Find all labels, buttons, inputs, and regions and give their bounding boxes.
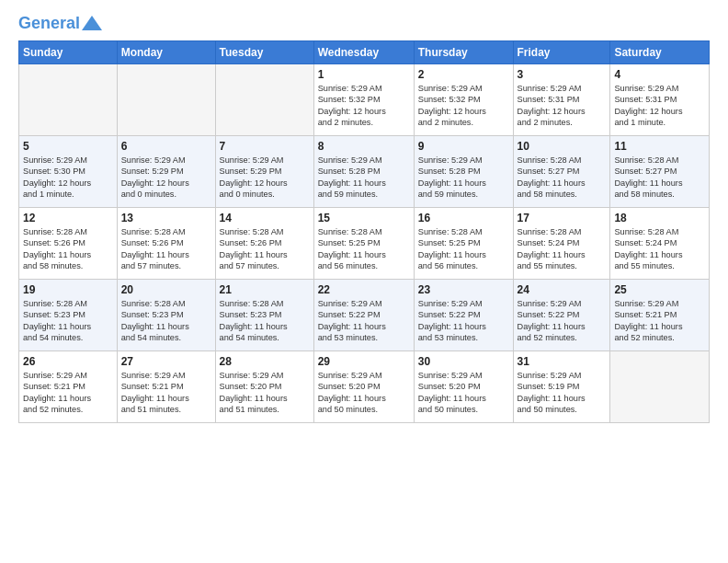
calendar-header-row: SundayMondayTuesdayWednesdayThursdayFrid… [19, 40, 710, 63]
calendar-cell: 20Sunrise: 5:28 AM Sunset: 5:23 PM Dayli… [117, 279, 215, 350]
day-info: Sunrise: 5:29 AM Sunset: 5:22 PM Dayligh… [418, 298, 509, 344]
calendar-week-4: 26Sunrise: 5:29 AM Sunset: 5:21 PM Dayli… [19, 350, 710, 422]
logo-icon [82, 16, 102, 30]
day-number: 10 [518, 140, 607, 153]
calendar-cell: 16Sunrise: 5:28 AM Sunset: 5:25 PM Dayli… [414, 207, 513, 279]
calendar-cell: 27Sunrise: 5:29 AM Sunset: 5:21 PM Dayli… [117, 350, 215, 422]
calendar-cell: 11Sunrise: 5:28 AM Sunset: 5:27 PM Dayli… [610, 135, 710, 207]
day-info: Sunrise: 5:29 AM Sunset: 5:32 PM Dayligh… [418, 83, 509, 129]
calendar-week-3: 19Sunrise: 5:28 AM Sunset: 5:23 PM Dayli… [19, 279, 710, 350]
day-number: 28 [220, 355, 310, 368]
day-info: Sunrise: 5:28 AM Sunset: 5:26 PM Dayligh… [220, 226, 310, 272]
calendar-cell: 14Sunrise: 5:28 AM Sunset: 5:26 PM Dayli… [215, 207, 313, 279]
day-number: 21 [220, 283, 310, 296]
logo: General [18, 15, 102, 33]
day-number: 24 [518, 283, 607, 296]
day-info: Sunrise: 5:28 AM Sunset: 5:23 PM Dayligh… [23, 298, 113, 344]
day-info: Sunrise: 5:29 AM Sunset: 5:31 PM Dayligh… [518, 83, 607, 129]
calendar-week-2: 12Sunrise: 5:28 AM Sunset: 5:26 PM Dayli… [19, 207, 710, 279]
calendar-cell: 19Sunrise: 5:28 AM Sunset: 5:23 PM Dayli… [19, 279, 118, 350]
calendar-cell [117, 63, 215, 135]
calendar-cell: 24Sunrise: 5:29 AM Sunset: 5:22 PM Dayli… [513, 279, 610, 350]
calendar-cell: 6Sunrise: 5:29 AM Sunset: 5:29 PM Daylig… [117, 135, 215, 207]
day-info: Sunrise: 5:29 AM Sunset: 5:28 PM Dayligh… [418, 155, 509, 201]
day-number: 7 [220, 140, 310, 153]
day-number: 3 [518, 68, 607, 81]
day-info: Sunrise: 5:29 AM Sunset: 5:29 PM Dayligh… [121, 155, 211, 201]
day-header-thursday: Thursday [414, 40, 513, 63]
calendar-cell: 26Sunrise: 5:29 AM Sunset: 5:21 PM Dayli… [19, 350, 118, 422]
day-number: 14 [220, 212, 310, 224]
calendar-cell: 12Sunrise: 5:28 AM Sunset: 5:26 PM Dayli… [19, 207, 118, 279]
day-info: Sunrise: 5:29 AM Sunset: 5:20 PM Dayligh… [418, 370, 509, 416]
day-header-friday: Friday [513, 40, 610, 63]
day-number: 25 [614, 283, 705, 296]
day-info: Sunrise: 5:28 AM Sunset: 5:25 PM Dayligh… [418, 226, 509, 272]
day-info: Sunrise: 5:28 AM Sunset: 5:27 PM Dayligh… [614, 155, 705, 201]
day-number: 31 [518, 355, 607, 368]
day-number: 11 [614, 140, 705, 153]
day-number: 1 [318, 68, 410, 81]
calendar-cell: 29Sunrise: 5:29 AM Sunset: 5:20 PM Dayli… [313, 350, 414, 422]
calendar-cell: 8Sunrise: 5:29 AM Sunset: 5:28 PM Daylig… [313, 135, 414, 207]
day-info: Sunrise: 5:28 AM Sunset: 5:25 PM Dayligh… [318, 226, 410, 272]
day-info: Sunrise: 5:29 AM Sunset: 5:30 PM Dayligh… [23, 155, 113, 201]
day-info: Sunrise: 5:29 AM Sunset: 5:31 PM Dayligh… [614, 83, 705, 129]
day-header-sunday: Sunday [19, 40, 118, 63]
day-number: 30 [418, 355, 509, 368]
day-header-wednesday: Wednesday [313, 40, 414, 63]
svg-marker-0 [82, 16, 102, 30]
day-header-monday: Monday [117, 40, 215, 63]
calendar-cell: 2Sunrise: 5:29 AM Sunset: 5:32 PM Daylig… [414, 63, 513, 135]
calendar-cell: 4Sunrise: 5:29 AM Sunset: 5:31 PM Daylig… [610, 63, 710, 135]
day-info: Sunrise: 5:29 AM Sunset: 5:21 PM Dayligh… [23, 370, 113, 416]
calendar-cell [19, 63, 118, 135]
header: General [18, 15, 710, 33]
calendar-cell [610, 350, 710, 422]
calendar: SundayMondayTuesdayWednesdayThursdayFrid… [18, 40, 710, 423]
day-info: Sunrise: 5:29 AM Sunset: 5:20 PM Dayligh… [220, 370, 310, 416]
calendar-cell: 30Sunrise: 5:29 AM Sunset: 5:20 PM Dayli… [414, 350, 513, 422]
day-info: Sunrise: 5:29 AM Sunset: 5:21 PM Dayligh… [614, 298, 705, 344]
calendar-cell: 5Sunrise: 5:29 AM Sunset: 5:30 PM Daylig… [19, 135, 118, 207]
day-number: 19 [23, 283, 113, 296]
calendar-cell: 31Sunrise: 5:29 AM Sunset: 5:19 PM Dayli… [513, 350, 610, 422]
day-number: 15 [318, 212, 410, 224]
calendar-cell: 22Sunrise: 5:29 AM Sunset: 5:22 PM Dayli… [313, 279, 414, 350]
day-info: Sunrise: 5:28 AM Sunset: 5:26 PM Dayligh… [121, 226, 211, 272]
day-header-tuesday: Tuesday [215, 40, 313, 63]
day-number: 6 [121, 140, 211, 153]
calendar-cell: 17Sunrise: 5:28 AM Sunset: 5:24 PM Dayli… [513, 207, 610, 279]
day-number: 4 [614, 68, 705, 81]
day-number: 13 [121, 212, 211, 224]
day-info: Sunrise: 5:29 AM Sunset: 5:21 PM Dayligh… [121, 370, 211, 416]
day-number: 8 [318, 140, 410, 153]
day-number: 20 [121, 283, 211, 296]
day-number: 17 [518, 212, 607, 224]
day-info: Sunrise: 5:28 AM Sunset: 5:23 PM Dayligh… [121, 298, 211, 344]
calendar-cell: 15Sunrise: 5:28 AM Sunset: 5:25 PM Dayli… [313, 207, 414, 279]
calendar-cell: 9Sunrise: 5:29 AM Sunset: 5:28 PM Daylig… [414, 135, 513, 207]
calendar-cell: 10Sunrise: 5:28 AM Sunset: 5:27 PM Dayli… [513, 135, 610, 207]
day-number: 27 [121, 355, 211, 368]
day-info: Sunrise: 5:28 AM Sunset: 5:27 PM Dayligh… [518, 155, 607, 201]
day-number: 18 [614, 212, 705, 224]
day-number: 5 [23, 140, 113, 153]
day-number: 9 [418, 140, 509, 153]
calendar-cell [215, 63, 313, 135]
day-info: Sunrise: 5:29 AM Sunset: 5:22 PM Dayligh… [318, 298, 410, 344]
day-info: Sunrise: 5:29 AM Sunset: 5:32 PM Dayligh… [318, 83, 410, 129]
page: General SundayMondayTuesdayWednesdayThur… [0, 0, 728, 432]
calendar-cell: 28Sunrise: 5:29 AM Sunset: 5:20 PM Dayli… [215, 350, 313, 422]
day-info: Sunrise: 5:29 AM Sunset: 5:28 PM Dayligh… [318, 155, 410, 201]
calendar-cell: 1Sunrise: 5:29 AM Sunset: 5:32 PM Daylig… [313, 63, 414, 135]
calendar-cell: 3Sunrise: 5:29 AM Sunset: 5:31 PM Daylig… [513, 63, 610, 135]
day-info: Sunrise: 5:29 AM Sunset: 5:29 PM Dayligh… [220, 155, 310, 201]
calendar-cell: 25Sunrise: 5:29 AM Sunset: 5:21 PM Dayli… [610, 279, 710, 350]
day-info: Sunrise: 5:28 AM Sunset: 5:24 PM Dayligh… [614, 226, 705, 272]
day-info: Sunrise: 5:28 AM Sunset: 5:26 PM Dayligh… [23, 226, 113, 272]
day-number: 23 [418, 283, 509, 296]
day-number: 29 [318, 355, 410, 368]
day-info: Sunrise: 5:29 AM Sunset: 5:22 PM Dayligh… [518, 298, 607, 344]
day-number: 12 [23, 212, 113, 224]
